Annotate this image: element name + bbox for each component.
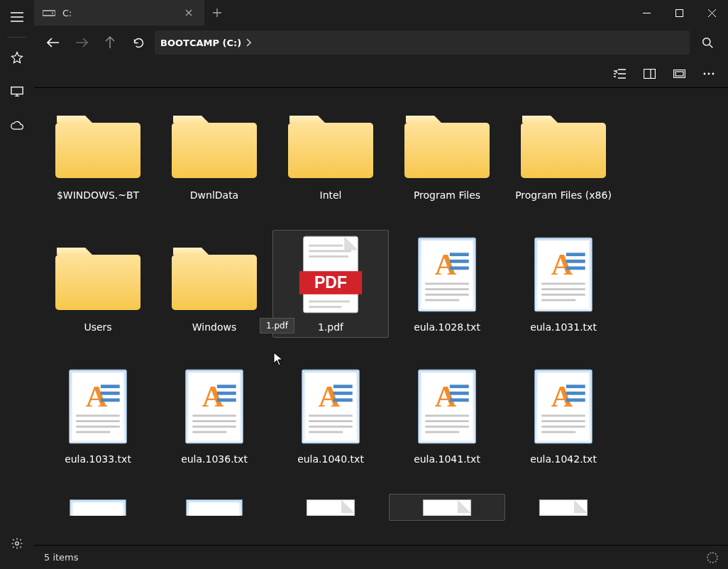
tab-active[interactable]: C: (34, 0, 204, 26)
folder-item[interactable]: Intel (272, 98, 389, 206)
title-bar: C: (34, 0, 728, 26)
txt-icon (180, 365, 248, 448)
more-icon (703, 72, 715, 75)
item-label: $WINDOWS.~BT (57, 189, 139, 201)
nav-refresh-button[interactable] (126, 31, 150, 55)
txt-icon (529, 233, 597, 316)
folder-item[interactable]: Windows (156, 230, 272, 338)
txt-item[interactable]: eula.1028.txt (389, 230, 505, 338)
minimize-icon (643, 9, 651, 17)
desktop-button[interactable] (3, 77, 31, 106)
maximize-icon (675, 9, 683, 17)
arrow-up-icon (105, 36, 115, 49)
item-icon-wrap (518, 100, 609, 185)
svg-point-34 (708, 72, 710, 74)
txt-item[interactable]: eula.1036.txt (156, 362, 272, 470)
cloud-button[interactable] (3, 111, 31, 140)
preview-pane-icon (644, 69, 656, 79)
item-label: eula.1033.txt (65, 453, 131, 465)
search-button[interactable] (694, 31, 721, 55)
window-maximize-button[interactable] (663, 0, 695, 26)
folder-icon (402, 100, 492, 185)
details-view-button[interactable] (607, 62, 632, 85)
folder-icon (518, 100, 609, 185)
close-icon (708, 9, 716, 17)
txt-item[interactable]: eula.1042.txt (505, 362, 622, 470)
item-label: Users (84, 321, 111, 333)
tab-title: C: (62, 8, 175, 18)
item-icon-wrap (169, 100, 260, 185)
refresh-icon (133, 37, 145, 49)
more-button[interactable] (697, 62, 721, 85)
nav-up-button (98, 31, 122, 55)
drive-icon (43, 9, 55, 17)
folder-item[interactable]: $WINDOWS.~BT (40, 98, 156, 206)
layout-button[interactable] (667, 62, 691, 85)
folder-item[interactable]: Program Files (x86) (505, 98, 622, 206)
tab-close-button[interactable] (182, 6, 196, 20)
svg-rect-28 (675, 9, 683, 16)
file-content-pane[interactable]: $WINDOWS.~BTDwnlDataIntelProgram FilesPr… (34, 88, 728, 545)
item-label: DwnlData (190, 189, 238, 201)
title-drag-region[interactable] (230, 0, 630, 26)
breadcrumb-segment[interactable]: BOOTCAMP (C:) (160, 38, 241, 48)
folder-item[interactable]: Program Files (389, 98, 505, 206)
txt-icon (413, 365, 481, 448)
txt-icon (64, 365, 132, 448)
txt-item[interactable]: eula.1033.txt (40, 362, 156, 470)
status-bar: 5 items (34, 545, 728, 569)
window-close-button[interactable] (695, 0, 728, 26)
arrow-right-icon (75, 38, 88, 48)
txt-item[interactable]: eula.1040.txt (272, 362, 389, 470)
item-label: eula.1028.txt (414, 321, 480, 333)
txt-icon (413, 233, 481, 316)
svg-rect-26 (43, 11, 55, 16)
folder-icon (169, 100, 260, 185)
folder-icon (169, 232, 260, 317)
gear-icon (11, 537, 23, 550)
svg-rect-32 (675, 72, 683, 76)
left-rail (0, 0, 34, 569)
menu-icon (11, 12, 23, 22)
item-label: eula.1036.txt (181, 453, 248, 465)
folder-item[interactable]: DwnlData (156, 98, 272, 206)
item-icon-wrap (518, 364, 609, 449)
window-minimize-button[interactable] (630, 0, 663, 26)
nav-forward-button (70, 31, 94, 55)
file-generic-partial-item[interactable] (272, 494, 389, 521)
nav-back-button[interactable] (41, 31, 65, 55)
menu-button[interactable] (3, 3, 31, 31)
preview-pane-button[interactable] (637, 62, 661, 85)
details-view-icon (614, 69, 626, 79)
new-tab-button[interactable] (204, 0, 230, 26)
item-label: 1.pdf (318, 321, 343, 333)
cloud-icon (10, 121, 24, 131)
item-icon-wrap (285, 232, 376, 317)
breadcrumb-bar[interactable]: BOOTCAMP (C:) (155, 31, 690, 55)
item-label: Program Files (414, 189, 480, 201)
svg-rect-24 (11, 87, 23, 94)
txt-icon (297, 365, 365, 448)
item-icon-wrap (169, 232, 260, 317)
file-generic-partial-icon (413, 496, 481, 516)
file-generic-partial-item[interactable] (505, 494, 622, 521)
pdf-item[interactable]: 1.pdf (272, 230, 389, 338)
search-icon (702, 37, 714, 49)
plus-icon (213, 9, 221, 17)
favorites-button[interactable] (3, 43, 31, 72)
settings-button[interactable] (3, 529, 31, 558)
arrow-left-icon (47, 38, 60, 48)
file-generic-partial-item[interactable] (389, 494, 505, 521)
txt-item[interactable]: eula.1041.txt (389, 362, 505, 470)
item-icon-wrap (518, 496, 609, 516)
desktop-icon (11, 86, 23, 97)
file-generic-partial-icon (297, 496, 365, 516)
item-icon-wrap (53, 364, 143, 449)
file-partial-icon (180, 496, 248, 516)
pdf-icon (297, 233, 365, 316)
item-icon-wrap (285, 100, 376, 185)
txt-item[interactable]: eula.1031.txt (505, 230, 622, 338)
file-partial-item[interactable] (156, 494, 272, 521)
file-partial-item[interactable] (40, 494, 156, 521)
folder-item[interactable]: Users (40, 230, 156, 338)
